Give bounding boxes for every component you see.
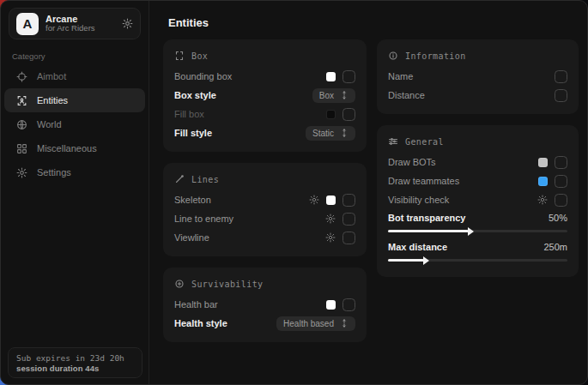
line-to-enemy-settings-gear-icon[interactable] [325, 214, 336, 224]
box-style-dropdown[interactable]: Box [312, 88, 355, 103]
updown-arrows-icon [340, 91, 349, 99]
max-distance-slider[interactable] [388, 259, 567, 262]
sidebar-item-label: Entities [37, 95, 68, 105]
health-style-dropdown[interactable]: Health based [276, 316, 355, 331]
life-icon [174, 279, 185, 289]
skeleton-checkbox[interactable] [342, 194, 355, 207]
color-swatch[interactable] [326, 110, 336, 119]
globe-icon [16, 119, 27, 130]
app-settings-gear-icon[interactable] [122, 18, 133, 29]
crosshair-icon [16, 71, 27, 82]
setting-row-distance: Distance [388, 86, 567, 105]
sub-expiry-text: Sub expires in 23d 20h [16, 353, 134, 363]
grid-icon [16, 143, 27, 154]
setting-row-name: Name [388, 67, 567, 86]
panel-title: Survivability [191, 280, 263, 289]
slider-fill [388, 230, 469, 232]
setting-row-health-bar: Health bar [174, 295, 355, 314]
entity-scan-icon [16, 95, 27, 106]
sidebar-nav: Aimbot Entities World [1, 64, 149, 184]
category-label: Category [12, 51, 149, 61]
sidebar-item-label: Settings [37, 167, 71, 177]
setting-label: Max distance [388, 242, 447, 252]
sidebar-item-miscellaneous[interactable]: Miscellaneous [4, 136, 145, 160]
setting-row-health-style: Health style Health based [174, 314, 355, 333]
bot-transparency-value: 50% [549, 213, 567, 223]
panel-title: Lines [191, 175, 219, 184]
sidebar-item-settings[interactable]: Settings [4, 160, 145, 184]
sidebar-item-world[interactable]: World [4, 112, 145, 136]
app-logo: A [16, 13, 39, 35]
skeleton-settings-gear-icon[interactable] [309, 195, 319, 205]
color-swatch[interactable] [326, 300, 336, 310]
panel-title: Box [191, 51, 208, 61]
app-subtitle: for Arc Riders [45, 24, 115, 33]
left-column: Box Bounding box Box style Box [163, 39, 367, 342]
health-bar-checkbox[interactable] [342, 298, 355, 311]
visibility-check-settings-gear-icon[interactable] [537, 195, 548, 205]
panel-box: Box Bounding box Box style Box [163, 39, 367, 152]
setting-label: Health bar [174, 299, 218, 310]
setting-label: Box style [174, 90, 216, 100]
setting-label: Viewline [174, 232, 209, 243]
visibility-check-checkbox[interactable] [555, 194, 567, 207]
name-checkbox[interactable] [555, 70, 567, 83]
panel-general: General Draw BOTs Draw teammates [377, 125, 579, 277]
dropdown-value: Static [312, 129, 334, 138]
setting-label: Draw BOTs [388, 157, 436, 167]
viewline-settings-gear-icon[interactable] [325, 232, 336, 243]
distance-checkbox[interactable] [555, 89, 567, 102]
sidebar-item-aimbot[interactable]: Aimbot [4, 64, 145, 88]
color-swatch[interactable] [326, 196, 336, 205]
app-title-block: Arcane for Arc Riders [45, 14, 115, 34]
setting-label: Health style [174, 318, 227, 328]
setting-row-bounding-box: Bounding box [174, 67, 355, 86]
max-distance-value: 250m [543, 242, 567, 252]
setting-row-draw-teammates: Draw teammates [388, 171, 567, 190]
setting-row-line-to-enemy: Line to enemy [174, 209, 355, 228]
setting-label: Distance [388, 90, 425, 100]
setting-row-skeleton: Skeleton [174, 190, 355, 209]
sliders-icon [388, 136, 398, 147]
bot-transparency-slider-group: Bot transparency 50% [388, 209, 567, 232]
right-column: Information Name Distance [377, 39, 579, 277]
sidebar-item-entities[interactable]: Entities [4, 88, 145, 112]
setting-row-box-style: Box style Box [174, 86, 355, 105]
color-swatch[interactable] [326, 72, 336, 81]
setting-label: Fill style [174, 128, 212, 138]
main-content: Entities Box Bounding box [149, 1, 588, 384]
fill-box-checkbox[interactable] [342, 108, 355, 121]
setting-row-viewline: Viewline [174, 228, 355, 247]
line-to-enemy-checkbox[interactable] [342, 213, 355, 226]
gear-icon [16, 167, 27, 178]
updown-arrows-icon [340, 129, 349, 137]
setting-label: Draw teammates [388, 176, 459, 186]
panel-lines: Lines Skeleton [163, 163, 367, 256]
slider-fill [388, 259, 424, 262]
dropdown-value: Box [319, 91, 334, 100]
setting-label: Line to enemy [174, 214, 233, 224]
bounding-box-checkbox[interactable] [342, 70, 355, 83]
setting-label: Skeleton [174, 195, 211, 205]
updown-arrows-icon [340, 319, 349, 328]
draw-bots-checkbox[interactable] [555, 156, 567, 169]
sidebar-item-label: Miscellaneous [37, 143, 97, 153]
subscription-info-card: Sub expires in 23d 20h session duration … [8, 347, 142, 378]
sidebar-item-label: Aimbot [37, 71, 66, 81]
panel-survivability: Survivability Health bar Health style He… [163, 268, 367, 342]
viewline-checkbox[interactable] [342, 232, 355, 244]
bot-transparency-slider[interactable] [388, 230, 567, 232]
setting-row-fill-box: Fill box [174, 105, 355, 123]
draw-teammates-checkbox[interactable] [555, 175, 567, 188]
panel-information: Information Name Distance [377, 39, 579, 114]
setting-label: Bounding box [174, 71, 232, 81]
fill-style-dropdown[interactable]: Static [306, 126, 355, 141]
setting-row-fill-style: Fill style Static [174, 123, 355, 142]
color-swatch[interactable] [538, 177, 548, 186]
color-swatch[interactable] [538, 158, 548, 167]
setting-label: Fill box [174, 109, 204, 119]
cheat-menu-window: A Arcane for Arc Riders Category [0, 0, 588, 385]
setting-label: Bot transparency [388, 213, 465, 223]
sidebar: A Arcane for Arc Riders Category [1, 1, 149, 384]
dropdown-value: Health based [283, 319, 334, 328]
